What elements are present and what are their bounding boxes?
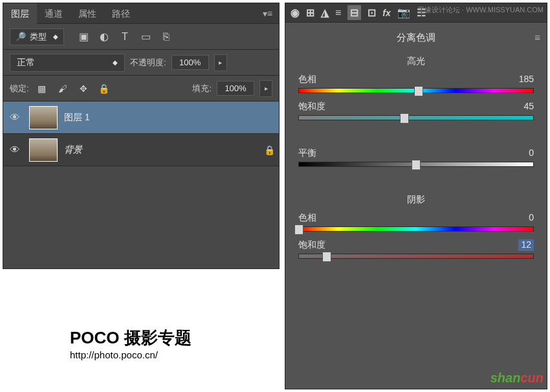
dropdown-arrow-icon: ◆	[113, 59, 118, 66]
slider-handle[interactable]	[400, 113, 409, 124]
tone-curve-icon[interactable]: ⊞	[306, 6, 314, 19]
hue-value[interactable]: 185	[519, 74, 534, 85]
layer-thumbnail[interactable]	[29, 138, 58, 162]
filter-adjustment-icon[interactable]: ◐	[98, 30, 111, 43]
filter-shape-icon[interactable]: ▭	[139, 30, 152, 43]
panel-menu-icon[interactable]: ≡	[534, 32, 540, 43]
saturation-value[interactable]: 12	[518, 239, 534, 251]
poco-title: POCO 摄影专题	[70, 327, 192, 349]
layer-item[interactable]: 👁 背景 🔒	[3, 134, 279, 166]
detail-icon[interactable]: ◮	[321, 6, 329, 19]
lock-label: 锁定:	[10, 83, 29, 94]
highlights-title: 高光	[285, 49, 547, 70]
filter-row: 🔎 类型 ◆ ▣ ◐ T ▭ ⎘	[3, 24, 279, 50]
split-toning-icon[interactable]: ⊟	[347, 5, 361, 20]
split-toning-panel: ◉ ⊞ ◮ ≡ ⊟ ⊡ fx 📷 ☷ 分离色调 ≡ 高光 色相 185 饱和度 …	[285, 3, 547, 389]
opacity-arrow[interactable]: ▸	[214, 54, 227, 71]
layer-list: 👁 图层 1 👁 背景 🔒	[3, 102, 279, 166]
hue-value[interactable]: 0	[529, 212, 534, 224]
hue-label: 色相	[298, 74, 316, 85]
tab-paths[interactable]: 路径	[104, 3, 138, 24]
tab-channels[interactable]: 通道	[37, 3, 71, 24]
blend-row: 正常 ◆ 不透明度: 100% ▸	[3, 50, 279, 76]
visibility-icon[interactable]: 👁	[7, 112, 23, 124]
watermark-bottom: shancun	[490, 371, 544, 386]
layer-thumbnail[interactable]	[29, 106, 58, 129]
saturation-label: 饱和度	[298, 239, 325, 251]
search-icon: 🔎	[16, 32, 26, 41]
shadows-hue-slider[interactable]	[298, 226, 534, 232]
basic-icon[interactable]: ◉	[291, 6, 300, 19]
lock-row: 锁定: ▩ 🖌 ✥ 🔒 填充: 100% ▸	[3, 76, 279, 102]
shadows-hue-group: 色相 0 饱和度 12	[285, 208, 547, 270]
visibility-icon[interactable]: 👁	[7, 144, 23, 156]
balance-label: 平衡	[298, 147, 316, 159]
panel-menu-icon[interactable]: ▾≡	[256, 8, 279, 19]
effects-icon[interactable]: fx	[382, 8, 390, 18]
fill-label: 填充:	[192, 83, 212, 94]
tab-properties[interactable]: 属性	[71, 3, 104, 24]
layer-name: 背景	[64, 144, 82, 156]
blend-mode-value: 正常	[17, 57, 35, 69]
layer-item[interactable]: 👁 图层 1	[3, 102, 279, 134]
filter-type-dropdown[interactable]: 🔎 类型 ◆	[10, 28, 64, 45]
shadows-saturation-slider[interactable]	[298, 254, 534, 259]
lock-position-icon[interactable]: ✥	[76, 81, 91, 96]
slider-handle[interactable]	[322, 252, 331, 262]
filter-type-icon[interactable]: T	[118, 30, 131, 43]
lock-icon: 🔒	[264, 145, 275, 155]
layers-panel: 图层 通道 属性 路径 ▾≡ 🔎 类型 ◆ ▣ ◐ T ▭ ⎘ 正常 ◆ 不透明…	[3, 3, 280, 269]
filter-pixel-icon[interactable]: ▣	[77, 30, 90, 43]
poco-brand: POCO 摄影专题 http://photo.poco.cn/	[70, 327, 192, 360]
panel-tabs: 图层 通道 属性 路径 ▾≡	[3, 3, 279, 24]
lock-transparency-icon[interactable]: ▩	[34, 81, 50, 96]
lens-icon[interactable]: ⊡	[368, 6, 376, 19]
balance-group: 平衡 0	[285, 144, 547, 179]
blend-mode-dropdown[interactable]: 正常 ◆	[10, 54, 125, 72]
slider-handle[interactable]	[414, 86, 423, 96]
hsl-icon[interactable]: ≡	[335, 7, 341, 19]
highlights-hue-slider[interactable]	[298, 88, 534, 93]
lock-pixels-icon[interactable]: 🖌	[55, 81, 71, 96]
shadows-title: 阴影	[285, 188, 547, 208]
slider-handle[interactable]	[412, 160, 421, 170]
slider-handle[interactable]	[294, 224, 303, 235]
highlights-hue-group: 色相 185 饱和度 45	[285, 70, 547, 132]
lock-all-icon[interactable]: 🔒	[96, 81, 112, 96]
opacity-label: 不透明度:	[130, 57, 166, 69]
highlights-saturation-slider[interactable]	[298, 115, 534, 120]
camera-icon[interactable]: 📷	[397, 6, 410, 19]
panel-title: 分离色调 ≡	[285, 23, 547, 49]
saturation-value[interactable]: 45	[523, 101, 534, 113]
balance-slider[interactable]	[298, 162, 534, 167]
balance-value[interactable]: 0	[529, 147, 534, 159]
opacity-input[interactable]: 100%	[171, 55, 209, 70]
fill-arrow[interactable]: ▸	[259, 80, 272, 97]
fill-input[interactable]: 100%	[217, 81, 254, 96]
saturation-label: 饱和度	[298, 101, 325, 113]
tab-layers[interactable]: 图层	[3, 3, 37, 24]
filter-icons: ▣ ◐ T ▭ ⎘	[77, 30, 173, 43]
filter-type-label: 类型	[30, 31, 47, 43]
watermark-top: 思缘设计论坛 · WWW.MISSYUAN.COM	[417, 5, 544, 15]
poco-url: http://photo.poco.cn/	[70, 349, 192, 360]
filter-smart-icon[interactable]: ⎘	[160, 30, 173, 43]
hue-label: 色相	[298, 212, 316, 224]
layer-name: 图层 1	[64, 112, 90, 124]
dropdown-arrow-icon: ◆	[53, 33, 58, 40]
